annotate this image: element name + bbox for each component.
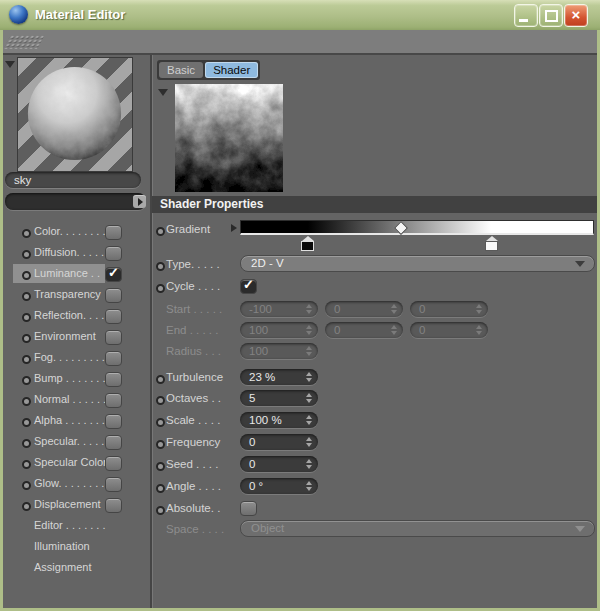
- material-preview[interactable]: [17, 57, 133, 172]
- spinner-icon[interactable]: [306, 393, 312, 403]
- start-z-value: 0: [419, 303, 425, 315]
- channel-label: Normal . . . . . .: [34, 390, 106, 409]
- channel-row-assignment[interactable]: Assignment: [3, 558, 150, 577]
- turbulence-field[interactable]: 23 %: [240, 369, 318, 385]
- tab-basic[interactable]: Basic: [159, 62, 203, 78]
- param-bullet-icon: [156, 396, 165, 405]
- space-dropdown[interactable]: Object: [240, 520, 595, 537]
- gradient-knot-white[interactable]: [485, 236, 498, 251]
- title-bar[interactable]: Material Editor ×: [0, 0, 600, 30]
- channel-bullet-icon: [22, 313, 31, 322]
- radius-label: Radius . . .: [166, 343, 221, 360]
- spinner-icon[interactable]: [306, 372, 312, 382]
- texture-browse-button[interactable]: [133, 195, 146, 208]
- channel-checkbox[interactable]: [105, 498, 122, 513]
- channel-row-environment[interactable]: Environment: [3, 327, 150, 346]
- octaves-field[interactable]: 5: [240, 390, 318, 406]
- channel-checkbox[interactable]: [105, 393, 122, 408]
- spinner-icon[interactable]: [476, 304, 482, 314]
- spinner-icon[interactable]: [306, 459, 312, 469]
- absolute-checkbox[interactable]: [240, 501, 257, 516]
- spinner-icon[interactable]: [306, 346, 312, 356]
- scale-label: Scale . . . .: [166, 412, 220, 429]
- channel-checkbox[interactable]: [105, 288, 122, 303]
- gradient-knot-black[interactable]: [301, 236, 314, 251]
- spinner-icon[interactable]: [306, 325, 312, 335]
- channel-checkbox[interactable]: [105, 330, 122, 345]
- channel-row-specular[interactable]: Specular. . . . .: [3, 432, 150, 451]
- channel-checkbox[interactable]: [105, 267, 122, 282]
- start-x-field[interactable]: -100: [240, 301, 318, 317]
- radius-value: 100: [249, 345, 268, 357]
- spinner-icon[interactable]: [391, 325, 397, 335]
- type-dropdown[interactable]: 2D - V: [240, 255, 595, 272]
- channel-row-fog[interactable]: Fog. . . . . . . . .: [3, 348, 150, 367]
- radius-field[interactable]: 100: [240, 343, 318, 359]
- end-x-field[interactable]: 100: [240, 322, 318, 338]
- frequency-field[interactable]: 0: [240, 434, 318, 450]
- channel-checkbox[interactable]: [105, 477, 122, 492]
- gradient-midpoint-handle[interactable]: [394, 221, 408, 235]
- type-label: Type. . . . .: [166, 256, 220, 273]
- channel-row-alpha[interactable]: Alpha . . . . . . .: [3, 411, 150, 430]
- maximize-button[interactable]: [539, 4, 563, 27]
- channel-checkbox[interactable]: [105, 435, 122, 450]
- channel-row-luminance[interactable]: Luminance . .: [3, 264, 150, 283]
- channel-bullet-icon: [22, 439, 31, 448]
- texture-path-field[interactable]: [5, 193, 146, 210]
- channel-row-specular-color[interactable]: Specular Color: [3, 453, 150, 472]
- channel-label: Assignment: [34, 558, 91, 577]
- end-z-value: 0: [419, 324, 425, 336]
- channel-checkbox[interactable]: [105, 372, 122, 387]
- minimize-button[interactable]: [514, 4, 538, 27]
- channel-bullet-icon: [22, 334, 31, 343]
- spinner-icon[interactable]: [306, 304, 312, 314]
- channel-checkbox[interactable]: [105, 309, 122, 324]
- material-name-input[interactable]: sky: [5, 172, 141, 188]
- channel-checkbox[interactable]: [105, 456, 122, 471]
- channel-checkbox[interactable]: [105, 414, 122, 429]
- channel-row-editor[interactable]: Editor . . . . . . .: [3, 516, 150, 535]
- channel-row-reflection[interactable]: Reflection. . . .: [3, 306, 150, 325]
- cycle-checkbox[interactable]: [240, 279, 257, 294]
- channel-row-bump[interactable]: Bump . . . . . . .: [3, 369, 150, 388]
- spinner-icon[interactable]: [476, 325, 482, 335]
- panel-divider[interactable]: [150, 55, 153, 608]
- start-y-field[interactable]: 0: [325, 301, 403, 317]
- end-y-value: 0: [334, 324, 340, 336]
- channel-row-color[interactable]: Color. . . . . . . .: [3, 222, 150, 241]
- angle-field[interactable]: 0 °: [240, 478, 318, 494]
- param-bullet-icon: [156, 484, 165, 493]
- channel-checkbox[interactable]: [105, 246, 122, 261]
- channel-bullet-icon: [22, 229, 31, 238]
- channel-row-normal[interactable]: Normal . . . . . .: [3, 390, 150, 409]
- spinner-icon[interactable]: [306, 415, 312, 425]
- start-z-field[interactable]: 0: [410, 301, 488, 317]
- shader-preview-collapse-icon[interactable]: [158, 89, 168, 96]
- space-value: Object: [251, 522, 284, 534]
- scale-field[interactable]: 100 %: [240, 412, 318, 428]
- end-z-field[interactable]: 0: [410, 322, 488, 338]
- channel-checkbox[interactable]: [105, 351, 122, 366]
- close-button[interactable]: ×: [564, 4, 588, 27]
- channel-checkbox[interactable]: [105, 225, 122, 240]
- preview-collapse-icon[interactable]: [5, 61, 15, 68]
- shader-noise-preview[interactable]: [175, 84, 283, 192]
- channel-row-glow[interactable]: Glow. . . . . . . .: [3, 474, 150, 493]
- channel-bullet-icon: [22, 418, 31, 427]
- param-bullet-icon: [156, 506, 165, 515]
- gradient-expand-icon[interactable]: [231, 224, 237, 232]
- toolbar-grip-handle[interactable]: [3, 35, 44, 49]
- channel-row-diffusion[interactable]: Diffusion. . . . .: [3, 243, 150, 262]
- tab-shader[interactable]: Shader: [205, 62, 258, 78]
- end-y-field[interactable]: 0: [325, 322, 403, 338]
- spinner-icon[interactable]: [391, 304, 397, 314]
- channel-row-illumination[interactable]: Illumination: [3, 537, 150, 556]
- channel-row-displacement[interactable]: Displacement: [3, 495, 150, 514]
- spinner-icon[interactable]: [306, 481, 312, 491]
- spinner-icon[interactable]: [306, 437, 312, 447]
- channel-row-transparency[interactable]: Transparency: [3, 285, 150, 304]
- octaves-value: 5: [249, 392, 255, 404]
- gradient-bar[interactable]: [240, 220, 594, 235]
- seed-field[interactable]: 0: [240, 456, 318, 472]
